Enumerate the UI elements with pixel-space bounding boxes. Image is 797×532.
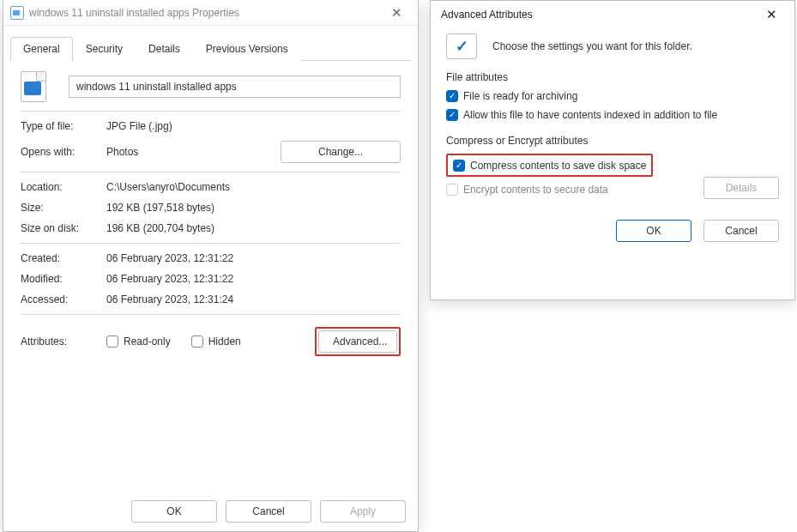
properties-title: windows 11 uninstall installed apps Prop… bbox=[29, 7, 239, 19]
filename-input[interactable] bbox=[69, 76, 401, 98]
advanced-titlebar[interactable]: Advanced Attributes ✕ bbox=[431, 1, 794, 28]
size-label: Size: bbox=[21, 202, 106, 214]
tab-details[interactable]: Details bbox=[136, 37, 193, 61]
readonly-checkbox[interactable]: Read-only bbox=[106, 336, 171, 348]
size-value: 192 KB (197,518 bytes) bbox=[106, 202, 401, 214]
type-of-file-value: JPG File (.jpg) bbox=[106, 120, 401, 132]
change-button[interactable]: Change... bbox=[281, 141, 401, 163]
checkmark-icon: ✓ bbox=[446, 33, 477, 59]
compress-highlight: ✓ Compress contents to save disk space bbox=[446, 154, 653, 177]
advanced-button[interactable]: Advanced... bbox=[318, 330, 397, 353]
advanced-highlight: Advanced... bbox=[315, 327, 401, 356]
encrypt-checkbox[interactable]: Encrypt contents to secure data bbox=[446, 184, 608, 196]
advanced-attributes-dialog: Advanced Attributes ✕ ✓ Choose the setti… bbox=[430, 0, 795, 300]
properties-tabs: General Security Details Previous Versio… bbox=[10, 36, 411, 61]
close-icon[interactable]: ✕ bbox=[758, 4, 784, 25]
size-on-disk-value: 196 KB (200,704 bytes) bbox=[106, 222, 401, 234]
indexing-checkbox[interactable]: ✓ Allow this file to have contents index… bbox=[446, 109, 717, 121]
readonly-label: Read-only bbox=[124, 336, 171, 348]
details-button[interactable]: Details bbox=[703, 177, 779, 199]
tab-previous-versions[interactable]: Previous Versions bbox=[193, 37, 301, 61]
checkbox-icon bbox=[446, 184, 458, 196]
advanced-info-text: Choose the settings you want for this fo… bbox=[492, 40, 692, 52]
general-tab-body: Type of file: JPG File (.jpg) Opens with… bbox=[3, 61, 418, 373]
location-value: C:\Users\anyro\Documents bbox=[106, 181, 401, 193]
hidden-label: Hidden bbox=[208, 336, 241, 348]
advanced-title: Advanced Attributes bbox=[441, 9, 533, 21]
modified-value: 06 February 2023, 12:31:22 bbox=[106, 273, 401, 285]
file-attributes-label: File attributes bbox=[446, 71, 779, 83]
compress-checkbox[interactable]: ✓ Compress contents to save disk space bbox=[453, 160, 646, 172]
close-icon[interactable]: ✕ bbox=[382, 3, 411, 23]
cancel-button[interactable]: Cancel bbox=[226, 500, 311, 523]
created-value: 06 February 2023, 12:31:22 bbox=[106, 252, 401, 264]
accessed-label: Accessed: bbox=[21, 293, 106, 305]
properties-buttons: OK Cancel Apply bbox=[131, 500, 406, 523]
compress-encrypt-label: Compress or Encrypt attributes bbox=[446, 135, 779, 147]
opens-with-label: Opens with: bbox=[21, 146, 106, 158]
checkbox-icon bbox=[106, 336, 118, 348]
accessed-value: 06 February 2023, 12:31:24 bbox=[106, 293, 401, 305]
checkbox-checked-icon: ✓ bbox=[446, 109, 458, 121]
attributes-label: Attributes: bbox=[21, 336, 106, 348]
checkbox-icon bbox=[191, 336, 203, 348]
tab-general[interactable]: General bbox=[10, 37, 73, 61]
opens-with-value: Photos bbox=[106, 146, 281, 158]
ok-button[interactable]: OK bbox=[616, 220, 691, 242]
compress-label: Compress contents to save disk space bbox=[470, 160, 646, 172]
tab-security[interactable]: Security bbox=[73, 37, 136, 61]
file-type-icon bbox=[10, 6, 24, 20]
location-label: Location: bbox=[21, 181, 106, 193]
created-label: Created: bbox=[21, 252, 106, 264]
archiving-label: File is ready for archiving bbox=[463, 90, 577, 102]
properties-titlebar[interactable]: windows 11 uninstall installed apps Prop… bbox=[3, 0, 418, 26]
checkbox-checked-icon: ✓ bbox=[446, 90, 458, 102]
modified-label: Modified: bbox=[21, 273, 106, 285]
file-icon bbox=[21, 71, 51, 102]
properties-dialog: windows 11 uninstall installed apps Prop… bbox=[3, 0, 419, 532]
apply-button[interactable]: Apply bbox=[320, 500, 406, 523]
indexing-label: Allow this file to have contents indexed… bbox=[463, 109, 717, 121]
cancel-button[interactable]: Cancel bbox=[703, 220, 779, 242]
checkbox-checked-icon: ✓ bbox=[453, 160, 465, 172]
size-on-disk-label: Size on disk: bbox=[21, 222, 106, 234]
type-of-file-label: Type of file: bbox=[21, 120, 106, 132]
archiving-checkbox[interactable]: ✓ File is ready for archiving bbox=[446, 90, 577, 102]
encrypt-label: Encrypt contents to secure data bbox=[463, 184, 608, 196]
hidden-checkbox[interactable]: Hidden bbox=[191, 336, 241, 348]
ok-button[interactable]: OK bbox=[131, 500, 217, 523]
